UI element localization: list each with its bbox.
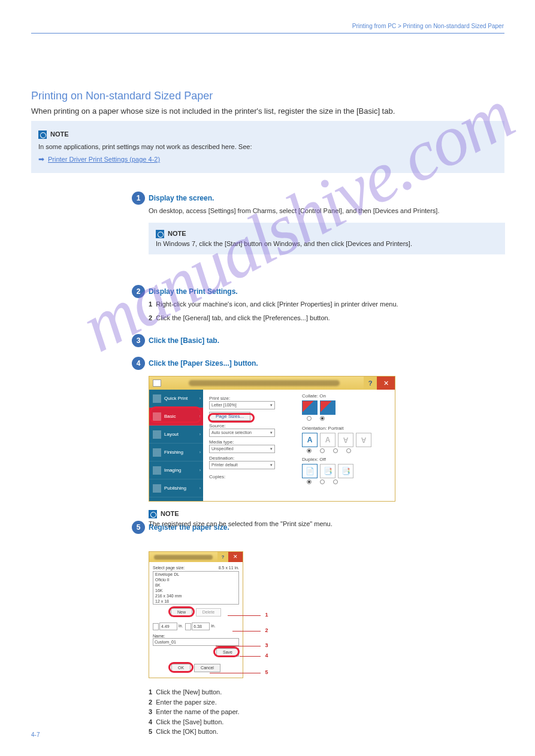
orient-radio-3[interactable] xyxy=(333,448,338,453)
see-also-box: NOTE In some applications, print setting… xyxy=(31,121,504,173)
callout-3: 3 xyxy=(262,641,271,649)
duplex-radio-1[interactable] xyxy=(307,479,312,484)
layout-icon xyxy=(153,430,161,439)
orient-radio-2[interactable] xyxy=(320,448,325,453)
watermark: manualshive.com xyxy=(68,73,526,368)
cancel-button[interactable]: Cancel xyxy=(194,664,220,672)
name-input[interactable]: Custom_01 xyxy=(153,638,239,646)
height-icon xyxy=(185,623,191,630)
tab-quick-print[interactable]: Quick Print› xyxy=(149,390,203,408)
orient-rot270[interactable]: A xyxy=(356,433,371,447)
height-input[interactable]: 6.38 xyxy=(192,623,210,630)
step-3-badge: 3 xyxy=(132,334,145,347)
size-listbox[interactable]: Envelope DL Oficio II 8K 16K 216 x 340 m… xyxy=(153,571,239,605)
imaging-icon xyxy=(153,466,161,475)
tab-publishing[interactable]: Publishing› xyxy=(149,479,203,497)
quickprint-icon xyxy=(153,394,161,403)
name-label: Name: xyxy=(153,634,239,638)
step-1-body: On desktop, access [Settings] from Charm… xyxy=(149,206,502,216)
orient-radio-1[interactable] xyxy=(307,448,312,453)
note-icon xyxy=(156,230,164,238)
header-breadcrumb: Printing from PC > Printing on Non-stand… xyxy=(352,23,504,29)
callout-line-4 xyxy=(240,656,261,657)
collate-on-thumb[interactable] xyxy=(320,400,335,415)
page-number: 4-7 xyxy=(31,731,40,738)
collate-label: Collate: On xyxy=(302,393,371,399)
step-3-title: Click the [Basic] tab. xyxy=(149,336,219,345)
orient-radio-4[interactable] xyxy=(346,448,351,453)
duplex-radio-2[interactable] xyxy=(320,479,325,484)
step-5-badge: 5 xyxy=(132,521,145,534)
media-select[interactable]: Unspecified xyxy=(209,445,275,453)
new-button[interactable]: New xyxy=(171,608,192,617)
step-5-body: 1 Click the [New] button. 2 Enter the pa… xyxy=(149,687,502,737)
dialog2-titlebar: ? ✕ xyxy=(149,552,243,562)
duplex-long[interactable]: 📑 xyxy=(320,464,335,478)
registered-note: NOTE The registered size can be selected… xyxy=(149,509,505,529)
basic-icon xyxy=(153,412,161,421)
callout-2: 2 xyxy=(262,626,271,634)
note-icon xyxy=(38,130,47,139)
print-size-select[interactable]: Letter [100%] xyxy=(209,401,275,409)
duplex-radio-3[interactable] xyxy=(333,479,338,484)
window-icon xyxy=(153,379,161,387)
step-2-badge: 2 xyxy=(132,285,145,298)
tab-basic[interactable]: Basic› xyxy=(149,408,203,426)
step-4-badge: 4 xyxy=(132,357,145,370)
page-sizes-dialog: ? ✕ Select page size:8.5 x 11 in. Envelo… xyxy=(149,551,243,678)
header-rule xyxy=(31,33,504,34)
print-properties-dialog: ? ✕ Quick Print› Basic› Layout› Finishin… xyxy=(149,376,395,502)
step-4-title: Click the [Paper Sizes...] button. xyxy=(149,359,258,368)
collate-radio-2[interactable] xyxy=(320,416,325,421)
callout-4: 4 xyxy=(262,651,271,660)
callout-line-3 xyxy=(216,646,261,646)
callout-5: 5 xyxy=(262,668,271,676)
destination-select[interactable]: Printer default xyxy=(209,461,275,469)
page-intro: When printing on a paper whose size is n… xyxy=(31,107,395,116)
see-also-link[interactable]: Printer Driver Print Settings (page 4-2) xyxy=(48,156,160,163)
tab-imaging[interactable]: Imaging› xyxy=(149,462,203,479)
callout-line-5 xyxy=(210,673,261,673)
tab-finishing[interactable]: Finishing› xyxy=(149,444,203,462)
close-button[interactable]: ✕ xyxy=(377,377,395,390)
arrow-icon: ➡ xyxy=(38,155,44,163)
collate-radio-1[interactable] xyxy=(307,416,312,421)
blurred-title-2 xyxy=(154,555,213,560)
tabs-sidebar: Quick Print› Basic› Layout› Finishing› I… xyxy=(149,390,203,502)
step-1-title: Display the screen. xyxy=(149,194,214,202)
duplex-off[interactable]: 📄 xyxy=(302,464,318,478)
select-size-label: Select page size: xyxy=(153,566,185,570)
publishing-icon xyxy=(153,484,161,493)
help-button[interactable]: ? xyxy=(364,377,377,390)
ok-button[interactable]: OK xyxy=(171,664,191,672)
step-2-title: Display the Print Settings. xyxy=(149,287,238,296)
step-2-body: 1 Right-click your machine's icon, and c… xyxy=(149,299,502,323)
orientation-label: Orientation: Portrait xyxy=(302,426,371,431)
close-button[interactable]: ✕ xyxy=(228,552,243,562)
basic-panel: Print size: Letter [100%] Page Sizes... … xyxy=(203,390,395,502)
blurred-title xyxy=(189,380,340,386)
step-1-note: NOTE In Windows 7, click the [Start] but… xyxy=(149,223,505,254)
width-icon xyxy=(153,623,159,630)
collate-off-thumb[interactable] xyxy=(302,400,318,415)
dialog-titlebar: ? ✕ xyxy=(149,377,395,390)
delete-button[interactable]: Delete xyxy=(196,608,221,617)
source-select[interactable]: Auto source selection xyxy=(209,429,275,437)
duplex-label: Duplex: Off xyxy=(302,457,371,462)
page-title: Printing on Non-standard Sized Paper xyxy=(31,90,213,102)
duplex-short[interactable]: 📑 xyxy=(338,464,353,478)
callout-1: 1 xyxy=(262,611,271,619)
orient-landscape[interactable]: A xyxy=(320,433,335,447)
width-input[interactable]: 4.49 xyxy=(159,623,177,630)
finishing-icon xyxy=(153,448,161,457)
orient-portrait[interactable]: A xyxy=(302,433,318,447)
step-1-badge: 1 xyxy=(132,192,145,205)
help-button[interactable]: ? xyxy=(217,552,228,562)
page-sizes-button[interactable]: Page Sizes... xyxy=(209,412,250,421)
save-button[interactable]: Save xyxy=(216,648,239,657)
callout-line-2 xyxy=(232,631,261,631)
current-dim: 8.5 x 11 in. xyxy=(219,566,239,570)
orient-rot180[interactable]: A xyxy=(338,433,353,447)
note-icon xyxy=(149,510,157,518)
tab-layout[interactable]: Layout› xyxy=(149,426,203,444)
